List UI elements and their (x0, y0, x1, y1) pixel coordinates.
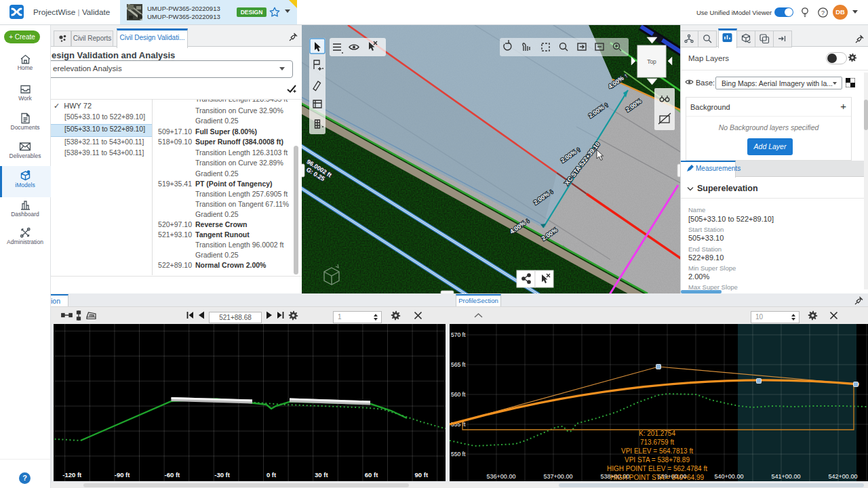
svg-text:VPI ELEV = 564.7813 ft: VPI ELEV = 564.7813 ft (621, 447, 693, 455)
svg-text:30 ft: 30 ft (315, 471, 328, 479)
svg-text:-90 ft: -90 ft (115, 471, 131, 479)
svg-text:550 ft: 550 ft (451, 451, 466, 458)
svg-text:HIGH POINT ELEV = 562.4784 ft: HIGH POINT ELEV = 562.4784 ft (607, 465, 707, 472)
svg-text:HIGH POINT STA = 540+64.99: HIGH POINT STA = 540+64.99 (610, 474, 704, 481)
svg-text:K: 201.2754: K: 201.2754 (639, 430, 675, 437)
svg-text:560 ft: 560 ft (451, 391, 466, 398)
svg-text:542+00.00: 542+00.00 (829, 473, 858, 480)
svg-text:570 ft: 570 ft (451, 331, 466, 338)
svg-text:Top: Top (647, 58, 656, 65)
svg-text:-30 ft: -30 ft (214, 471, 231, 479)
svg-text:-120 ft: -120 ft (62, 471, 82, 479)
svg-text:713.6759 ft: 713.6759 ft (640, 439, 674, 446)
svg-text:536+00.00: 536+00.00 (487, 473, 516, 480)
svg-text:VPI STA = 538+78.89: VPI STA = 538+78.89 (625, 456, 690, 464)
svg-text:541+00.00: 541+00.00 (772, 473, 801, 480)
svg-text:60 ft: 60 ft (365, 471, 378, 479)
svg-text:540+00.00: 540+00.00 (715, 473, 744, 480)
svg-text:?: ? (821, 9, 825, 16)
svg-text:537+00.00: 537+00.00 (544, 473, 573, 480)
svg-text:-60 ft: -60 ft (165, 471, 181, 479)
svg-text:565 ft: 565 ft (451, 361, 466, 368)
svg-text:90 ft: 90 ft (415, 471, 429, 479)
svg-text:0 ft: 0 ft (267, 471, 277, 479)
